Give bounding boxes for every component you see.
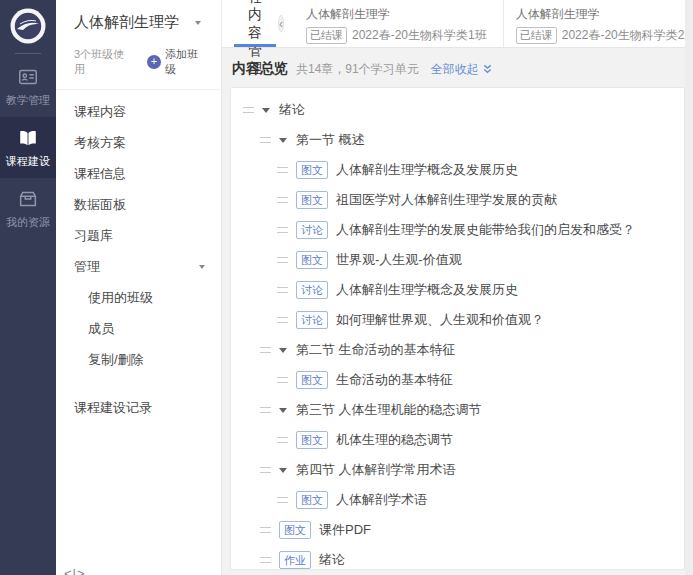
rail-item-course-building[interactable]: 课程建设 <box>0 117 56 178</box>
tree-section-row[interactable]: 第二节 生命活动的基本特征 <box>243 335 674 365</box>
caret-down-icon[interactable] <box>279 408 287 413</box>
school-logo[interactable] <box>9 7 47 45</box>
drag-handle-icon[interactable] <box>277 437 288 443</box>
tree-item-label: 绪论 <box>279 101 305 119</box>
rail-nav: 教学管理课程建设我的资源 <box>0 56 56 239</box>
drag-handle-icon[interactable] <box>243 107 254 113</box>
tree-section-row[interactable]: 第四节 人体解剖学常用术语 <box>243 455 674 485</box>
add-class-label: 添加班级 <box>165 47 209 77</box>
drag-handle-icon[interactable] <box>277 497 288 503</box>
rail-item-label: 课程建设 <box>6 154 50 169</box>
drag-handle-icon[interactable] <box>260 407 271 413</box>
rail-divider <box>15 53 41 54</box>
tree-unit-row[interactable]: 作业绪论 <box>243 545 674 570</box>
caret-down-icon[interactable] <box>262 108 270 113</box>
active-tab-underline <box>234 44 276 47</box>
chevron-down-icon <box>199 265 205 269</box>
class-tab-info: 已结课2022春-20生物科学类2班 <box>516 27 693 44</box>
tree-unit-row[interactable]: 图文世界观-人生观-价值观 <box>243 245 674 275</box>
tree-item-label: 人体解剖生理学概念及发展历史 <box>336 281 518 299</box>
tab-bar: 课程内容管理 ‹ 人体解剖生理学已结课2022春-20生物科学类1班人体解剖生理… <box>222 0 693 48</box>
tree-item-label: 课件PDF <box>319 521 371 539</box>
drag-handle-icon[interactable] <box>277 317 288 323</box>
tree-item-label: 绪论 <box>319 551 345 569</box>
drag-handle-icon[interactable] <box>260 557 271 563</box>
drag-handle-icon[interactable] <box>260 527 271 533</box>
tab-class-1[interactable]: 人体解剖生理学已结课2022春-20生物科学类1班 <box>294 0 504 47</box>
drag-handle-icon[interactable] <box>277 287 288 293</box>
school-emblem-icon <box>9 7 47 45</box>
scrollbar[interactable] <box>685 0 693 575</box>
sidebar-item-assessment-plan[interactable]: 考核方案 <box>56 127 221 158</box>
tree-unit-row[interactable]: 图文机体生理的稳态调节 <box>243 425 674 455</box>
rail-item-my-resources[interactable]: 我的资源 <box>0 178 56 239</box>
sidebar-subitem-classes-in-use[interactable]: 使用的班级 <box>56 282 221 313</box>
drag-handle-icon[interactable] <box>277 257 288 263</box>
tree-item-label: 第三节 人体生理机能的稳态调节 <box>296 401 482 419</box>
unit-type-badge: 讨论 <box>296 281 328 299</box>
caret-down-icon[interactable] <box>279 348 287 353</box>
class-name: 2022春-20生物科学类1班 <box>352 27 487 44</box>
unit-type-badge: 图文 <box>296 491 328 509</box>
course-switcher[interactable]: 人体解剖生理学 <box>74 13 209 32</box>
class-tab-course-title: 人体解剖生理学 <box>516 6 693 23</box>
unit-type-badge: 图文 <box>279 521 311 539</box>
caret-down-icon[interactable] <box>279 468 287 473</box>
unit-type-badge: 讨论 <box>296 221 328 239</box>
drag-handle-icon[interactable] <box>260 467 271 473</box>
tree-chapter-row[interactable]: 绪论 <box>243 95 674 125</box>
tree-item-label: 人体解剖生理学的发展史能带给我们的启发和感受？ <box>336 221 635 239</box>
status-badge: 已结课 <box>306 27 347 44</box>
unit-type-badge: 作业 <box>279 551 311 569</box>
drag-handle-icon[interactable] <box>277 167 288 173</box>
tree-unit-row[interactable]: 讨论如何理解世界观、人生观和价值观？ <box>243 305 674 335</box>
tree-section-row[interactable]: 第一节 概述 <box>243 125 674 155</box>
tree-unit-row[interactable]: 图文课件PDF <box>243 515 674 545</box>
tree-unit-row[interactable]: 图文生命活动的基本特征 <box>243 365 674 395</box>
drag-handle-icon[interactable] <box>277 377 288 383</box>
drag-handle-icon[interactable] <box>260 347 271 353</box>
sidebar-item-question-bank[interactable]: 习题库 <box>56 220 221 251</box>
tab-scroll-left-button[interactable]: ‹ <box>278 15 284 32</box>
unit-type-badge: 图文 <box>296 371 328 389</box>
sidebar-subitem-members[interactable]: 成员 <box>56 313 221 344</box>
tree-unit-row[interactable]: 讨论人体解剖生理学的发展史能带给我们的启发和感受？ <box>243 215 674 245</box>
collapse-all-link[interactable]: 全部收起 <box>431 61 493 78</box>
tree-unit-row[interactable]: 图文人体解剖学术语 <box>243 485 674 515</box>
drag-handle-icon[interactable] <box>260 137 271 143</box>
course-sidebar: 人体解剖生理学 3个班级使用 + 添加班级 课程内容考核方案课程信息数据面板习题… <box>56 0 222 575</box>
drag-handle-icon[interactable] <box>277 227 288 233</box>
sidebar-item-course-content[interactable]: 课程内容 <box>56 96 221 127</box>
tree-item-label: 如何理解世界观、人生观和价值观？ <box>336 311 544 329</box>
double-chevron-down-icon <box>482 63 493 75</box>
collapse-all-label: 全部收起 <box>431 61 479 78</box>
tree-unit-row[interactable]: 图文人体解剖生理学概念及发展历史 <box>243 155 674 185</box>
sidebar-subitem-copy-delete[interactable]: 复制/删除 <box>56 344 221 375</box>
sidebar-item-data-dashboard[interactable]: 数据面板 <box>56 189 221 220</box>
class-usage-row: 3个班级使用 + 添加班级 <box>74 47 209 77</box>
tree-unit-row[interactable]: 图文祖国医学对人体解剖生理学发展的贡献 <box>243 185 674 215</box>
tree-section-row[interactable]: 第三节 人体生理机能的稳态调节 <box>243 395 674 425</box>
app-root: 教学管理课程建设我的资源 人体解剖生理学 3个班级使用 + 添加班级 课程内容考… <box>0 0 693 575</box>
sidebar-item-course-info[interactable]: 课程信息 <box>56 158 221 189</box>
tab-class-2[interactable]: 人体解剖生理学已结课2022春-20生物科学类2班 <box>504 0 693 47</box>
unit-type-badge: 讨论 <box>296 311 328 329</box>
rail-item-teaching-management[interactable]: 教学管理 <box>0 56 56 117</box>
manage-label: 管理 <box>74 259 100 274</box>
left-rail: 教学管理课程建设我的资源 <box>0 0 56 575</box>
add-class-button[interactable]: + 添加班级 <box>147 47 209 77</box>
drag-handle-icon[interactable] <box>277 197 288 203</box>
open-book-icon <box>17 127 39 149</box>
tree-item-label: 第四节 人体解剖学常用术语 <box>296 461 456 479</box>
class-name: 2022春-20生物科学类2班 <box>562 27 693 44</box>
sidebar-item-course-build-log[interactable]: 课程建设记录 <box>56 392 221 423</box>
chevron-left-icon: ‹ <box>279 18 283 30</box>
content-tree-card: 绪论第一节 概述图文人体解剖生理学概念及发展历史图文祖国医学对人体解剖生理学发展… <box>230 87 685 570</box>
tree-unit-row[interactable]: 讨论人体解剖生理学概念及发展历史 <box>243 275 674 305</box>
tab-course-content-management[interactable]: 课程内容管理 <box>234 0 276 47</box>
content-summary: 共14章，91个学习单元 <box>296 61 419 78</box>
unit-type-badge: 图文 <box>296 431 328 449</box>
caret-down-icon[interactable] <box>279 138 287 143</box>
sidebar-item-manage[interactable]: 管理 <box>56 251 221 282</box>
sidebar-collapse-handle[interactable]: <|> <box>64 566 86 575</box>
